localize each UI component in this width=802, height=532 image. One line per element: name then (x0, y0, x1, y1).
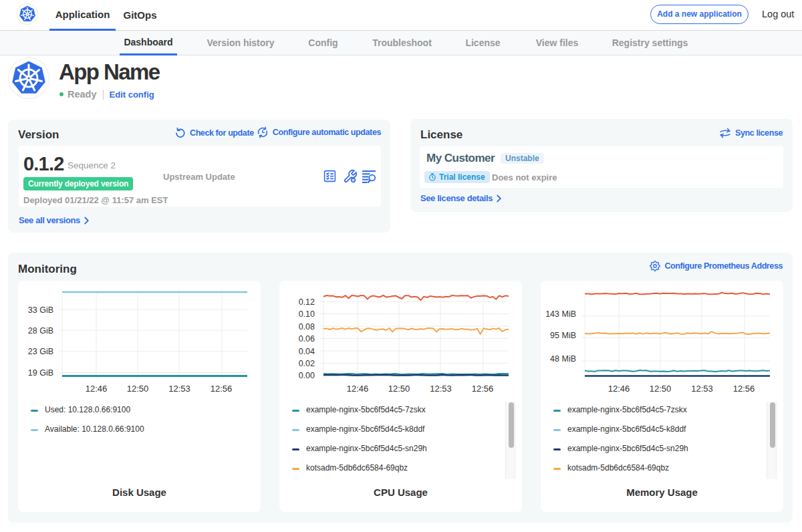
svg-text:12:56: 12:56 (733, 384, 755, 394)
svg-text:12:46: 12:46 (608, 384, 630, 394)
svg-text:12:56: 12:56 (472, 384, 494, 394)
svg-text:12:50: 12:50 (650, 384, 672, 394)
svg-text:0.00: 0.00 (299, 371, 315, 380)
svg-text:95 MiB: 95 MiB (550, 331, 576, 340)
svg-text:12:53: 12:53 (430, 384, 452, 394)
svg-text:48 MiB: 48 MiB (550, 354, 576, 364)
svg-text:12:46: 12:46 (347, 384, 369, 394)
svg-text:0.04: 0.04 (299, 347, 315, 356)
svg-text:19 GiB: 19 GiB (28, 368, 53, 378)
svg-text:0.10: 0.10 (299, 309, 315, 319)
svg-text:0.06: 0.06 (299, 334, 315, 344)
svg-text:12:56: 12:56 (211, 384, 233, 394)
svg-text:12:50: 12:50 (127, 384, 149, 394)
svg-text:23 GiB: 23 GiB (28, 347, 53, 356)
svg-text:12:46: 12:46 (86, 384, 108, 394)
svg-text:33 GiB: 33 GiB (28, 305, 53, 315)
svg-text:28 GiB: 28 GiB (28, 326, 53, 336)
svg-text:12:53: 12:53 (691, 384, 713, 394)
svg-text:0.02: 0.02 (299, 359, 315, 368)
svg-text:0.12: 0.12 (299, 297, 315, 307)
svg-text:12:53: 12:53 (168, 384, 190, 394)
svg-text:0.08: 0.08 (299, 322, 315, 331)
svg-text:12:50: 12:50 (388, 384, 410, 394)
svg-text:143 MiB: 143 MiB (545, 309, 576, 319)
